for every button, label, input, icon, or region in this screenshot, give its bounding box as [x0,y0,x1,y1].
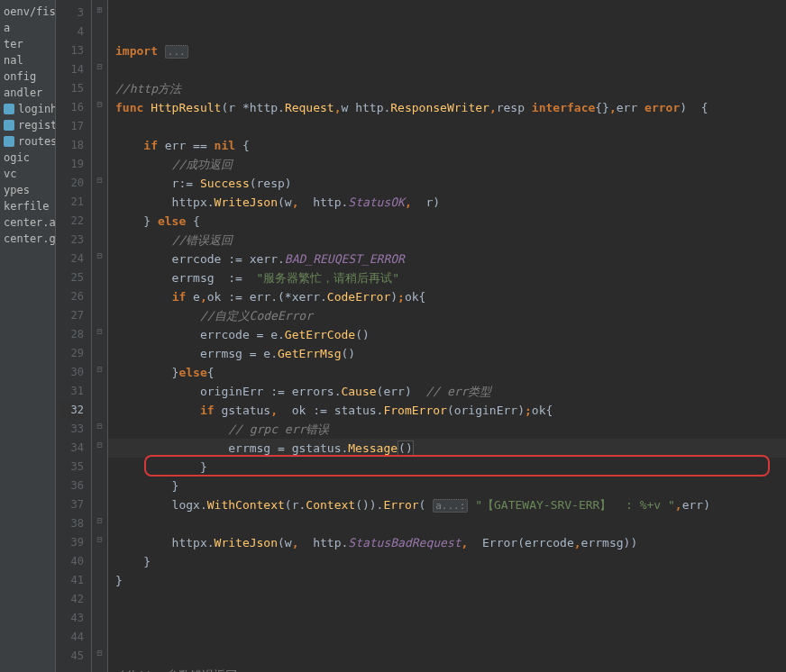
code-line[interactable]: httpx.WriteJson(w, http.StatusOK, r) [108,193,786,212]
file-tree-sidebar[interactable]: oenv/fishtyaternalonfigandlerloginhandre… [0,0,56,672]
line-number[interactable]: 23 [59,231,84,250]
file-tree-item[interactable]: center.api [0,214,55,231]
line-number[interactable]: 36 [59,477,84,495]
file-tree-item[interactable]: oenv/fishty [0,4,55,20]
file-tree-item[interactable]: loginhand [0,101,55,117]
code-line[interactable] [108,117,786,136]
line-number[interactable]: 35 [59,458,84,477]
line-number[interactable]: 24 [59,250,84,268]
line-number[interactable]: 39 [59,533,84,552]
code-line[interactable]: // grpc err错误 [108,420,786,439]
fold-toggle[interactable]: ⊟ [92,95,107,114]
line-number[interactable]: 32 [59,401,84,420]
fold-toggle[interactable]: ⊟ [92,435,107,454]
file-tree-item[interactable]: registerh [0,117,55,133]
line-number[interactable]: 41 [59,571,84,590]
code-line[interactable]: if e,ok := err.(*xerr.CodeError);ok{ [108,287,786,306]
line-number[interactable]: 29 [59,344,84,363]
file-tree-item[interactable]: center.go [0,231,55,247]
code-line[interactable]: //自定义CodeError [108,306,786,325]
code-line[interactable]: if gstatus, ok := status.FromError(origi… [108,401,786,420]
file-tree-item[interactable]: onfig [0,68,55,85]
line-number[interactable]: 3 [59,4,84,23]
line-number[interactable]: 33 [59,420,84,439]
code-line[interactable]: //成功返回 [108,155,786,174]
line-number[interactable]: 45 [59,647,84,666]
code-line[interactable] [108,609,786,628]
file-tree-item[interactable]: vc [0,166,55,182]
code-line[interactable]: logx.WithContext(r.Context()).Error( a..… [108,495,786,514]
line-number[interactable]: 27 [59,306,84,325]
code-line[interactable] [108,60,786,79]
line-number[interactable]: 40 [59,552,84,571]
code-line[interactable]: } [108,477,786,495]
code-line[interactable]: }else{ [108,363,786,382]
code-line[interactable]: import ... [108,41,786,60]
code-line[interactable] [108,514,786,533]
code-line[interactable]: errmsg = gstatus.Message() [108,439,786,458]
fold-toggle[interactable]: ⊟ [92,530,107,549]
code-line[interactable] [108,647,786,666]
code-line[interactable]: } [108,458,786,477]
line-number[interactable]: 26 [59,287,84,306]
file-tree-item[interactable]: nal [0,52,55,68]
fold-toggle[interactable]: ⊟ [92,643,107,662]
line-number[interactable]: 18 [59,136,84,155]
code-line[interactable]: //http 参数错误返回 [108,666,786,672]
line-number-gutter[interactable]: 3413141516171819202122232425262728293031… [56,0,92,672]
code-line[interactable]: } [108,552,786,571]
code-line[interactable]: originErr := errors.Cause(err) // err类型 [108,382,786,401]
line-number[interactable]: 13 [59,41,84,60]
line-number[interactable]: 16 [59,98,84,117]
code-line[interactable]: //错误返回 [108,231,786,250]
fold-toggle[interactable]: ⊟ [92,246,107,265]
line-number[interactable]: 42 [59,590,84,609]
code-editor[interactable]: import ...//http方法func HttpResult(r *htt… [108,0,786,672]
fold-toggle[interactable]: ⊟ [92,359,107,378]
line-number[interactable]: 20 [59,174,84,193]
line-number[interactable]: 38 [59,514,84,533]
code-line[interactable]: httpx.WriteJson(w, http.StatusBadRequest… [108,533,786,552]
line-number[interactable]: 19 [59,155,84,174]
code-line[interactable]: r:= Success(resp) [108,174,786,193]
line-number[interactable]: 44 [59,628,84,647]
fold-toggle[interactable]: ⊟ [92,57,107,76]
fold-gutter[interactable]: ⊞⊟⊟⊟⊟⊟⊟⊟⊟⊟⊟⊟ [92,0,108,672]
code-line[interactable] [108,628,786,647]
fold-toggle[interactable]: ⊞ [92,0,107,19]
file-tree-item[interactable]: kerfile [0,198,55,214]
code-line[interactable]: if err == nil { [108,136,786,155]
line-number[interactable]: 30 [59,363,84,382]
line-number[interactable]: 22 [59,212,84,231]
file-tree-item[interactable]: andler [0,85,55,101]
fold-toggle[interactable]: ⊟ [92,416,107,435]
code-line[interactable]: errcode = e.GetErrCode() [108,325,786,344]
code-line[interactable]: } else { [108,212,786,231]
fold-toggle[interactable]: ⊟ [92,511,107,530]
line-number[interactable]: 25 [59,268,84,287]
fold-toggle[interactable]: ⊟ [92,170,107,189]
line-number[interactable]: 31 [59,382,84,401]
code-line[interactable]: func HttpResult(r *http.Request,w http.R… [108,98,786,117]
line-number[interactable]: 15 [59,79,84,98]
line-number[interactable]: 17 [59,117,84,136]
file-tree-item[interactable]: routes.go [0,133,55,150]
line-number[interactable]: 34 [59,439,84,458]
code-line[interactable]: } [108,571,786,590]
file-tree-item[interactable]: ter [0,36,55,52]
file-tree-item[interactable]: ogic [0,150,55,166]
code-line[interactable]: errmsg = e.GetErrMsg() [108,344,786,363]
line-number[interactable]: 37 [59,495,84,514]
line-number[interactable]: 21 [59,193,84,212]
file-tree-item[interactable]: a [0,20,55,36]
fold-toggle[interactable]: ⊟ [92,322,107,341]
file-tree-item[interactable]: ypes [0,182,55,198]
line-number[interactable]: 14 [59,60,84,79]
code-line[interactable]: errmsg := "服务器繁忙，请稍后再试" [108,268,786,287]
code-line[interactable]: //http方法 [108,79,786,98]
line-number[interactable]: 28 [59,325,84,344]
code-line[interactable]: errcode := xerr.BAD_REUQEST_ERROR [108,250,786,268]
code-line[interactable] [108,590,786,609]
line-number[interactable]: 4 [59,23,84,41]
line-number[interactable]: 43 [59,609,84,628]
